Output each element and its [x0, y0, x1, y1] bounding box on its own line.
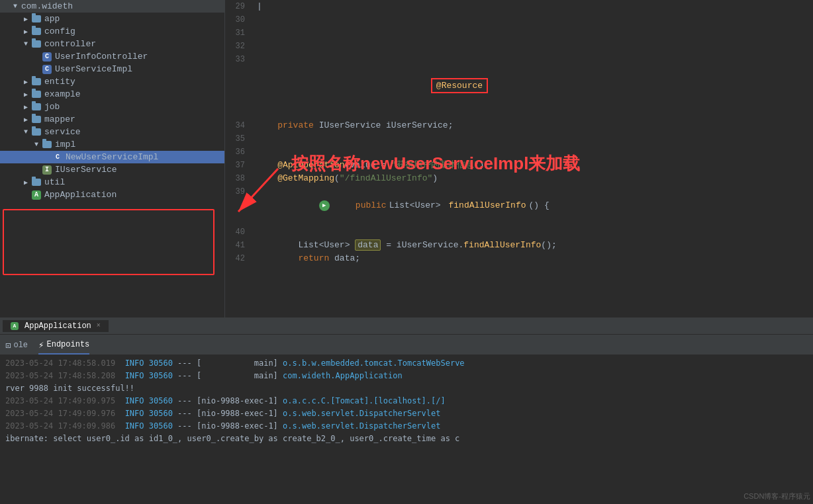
sidebar-item-label: NewUserServiceImpl [66, 152, 158, 162]
tab-console[interactable]: ⊡ ole [5, 337, 28, 354]
arrow-icon [24, 128, 30, 136]
folder-icon [32, 15, 41, 22]
sidebar-item-com-wideth[interactable]: com.wideth [0, 0, 224, 13]
folder-icon [32, 78, 41, 85]
line-number: 36 [225, 146, 252, 159]
sidebar-item-service[interactable]: service [0, 126, 224, 138]
arrow-icon [24, 28, 30, 36]
sidebar-item-example[interactable]: example [0, 88, 224, 101]
interface-badge: I [42, 165, 52, 175]
arrow-icon [24, 103, 30, 111]
code-line-30: 30 [225, 13, 813, 26]
line-content [252, 40, 813, 53]
sidebar-item-label: util [44, 177, 65, 187]
log-line-3: rver 9988 init successful!! [5, 382, 808, 395]
file-tree-sidebar: com.wideth app config controller C UserI… [0, 0, 225, 317]
line-number: 32 [225, 40, 252, 53]
arrow-icon [24, 40, 30, 48]
line-number: 33 [225, 53, 252, 119]
app-tab-icon: A [11, 322, 19, 330]
code-line-32: 32 [225, 40, 813, 53]
sidebar-item-app[interactable]: app [0, 13, 224, 25]
log-line-1: 2023-05-24 17:48:58.019 INFO 30560 --- [… [5, 357, 808, 370]
line-content: @Resource [252, 53, 813, 119]
code-line-38: 38 @GetMapping("/findAllUserInfo") [225, 172, 813, 185]
tab-endpoints-label: Endpoints [46, 340, 89, 349]
sidebar-item-entity[interactable]: entity [0, 75, 224, 88]
code-line-39: 39 ▶ public List<User> findAllUserInfo()… [225, 185, 813, 226]
log-line-5: 2023-05-24 17:49:09.976 INFO 30560 --- [… [5, 407, 808, 420]
sidebar-item-label: impl [55, 140, 75, 149]
sidebar-item-label: com.wideth [21, 1, 73, 11]
line-number: 30 [225, 13, 252, 26]
folder-icon [42, 141, 52, 148]
code-line-34: 34 private IUserService iUserService; [225, 119, 813, 132]
app-tab-label: AppApplication [24, 321, 91, 331]
run-icon[interactable]: ▶ [319, 200, 330, 211]
sidebar-item-label: job [44, 102, 60, 112]
line-content: @GetMapping("/findAllUserInfo") [252, 172, 813, 185]
code-editor[interactable]: 29 | 30 31 32 [225, 0, 813, 317]
sidebar-item-controller[interactable]: controller [0, 38, 224, 50]
code-line-29: 29 | [225, 0, 813, 13]
sidebar-item-label: service [44, 127, 81, 137]
line-content: | [252, 0, 813, 13]
sidebar-item-impl[interactable]: impl [0, 138, 224, 151]
folder-icon [32, 40, 41, 48]
code-line-42: 42 return data; [225, 252, 813, 265]
sidebar-item-label: UserInfoController [55, 52, 148, 62]
sidebar-item-config[interactable]: config [0, 25, 224, 38]
line-content: private IUserService iUserService; [252, 119, 813, 132]
line-number: 31 [225, 26, 252, 40]
code-line-36: 36 [225, 146, 813, 159]
line-content [252, 226, 813, 239]
sidebar-item-label: config [44, 26, 75, 36]
endpoints-icon: ⚡ [38, 339, 44, 351]
class-badge: C [42, 65, 52, 74]
log-line-2: 2023-05-24 17:48:58.208 INFO 30560 --- [… [5, 370, 808, 382]
code-line-35: 35 [225, 132, 813, 146]
sidebar-item-AppApplication[interactable]: A AppApplication [0, 189, 224, 201]
app-tab-AppApplication[interactable]: A AppApplication × [3, 320, 109, 332]
line-number: 34 [225, 119, 252, 132]
sidebar-item-mapper[interactable]: mapper [0, 113, 224, 126]
sidebar-item-label: controller [44, 39, 96, 49]
resource-annotation-box: @Resource [431, 78, 488, 93]
arrow-icon [13, 3, 20, 10]
code-line-41: 41 List<User> data = iUserService.findAl… [225, 239, 813, 252]
line-number: 37 [225, 159, 252, 172]
main-editor-container: com.wideth app config controller C UserI… [0, 0, 813, 317]
line-content [252, 26, 813, 40]
arrow-icon [24, 179, 30, 187]
arrow-icon [24, 78, 30, 86]
sidebar-item-IUserService[interactable]: I IUserService [0, 163, 224, 176]
line-content: List<User> data = iUserService.findAllUs… [252, 239, 813, 252]
code-line-40: 40 [225, 226, 813, 239]
red-highlight-box [3, 209, 215, 275]
line-content [252, 13, 813, 26]
sidebar-item-UserInfoController[interactable]: C UserInfoController [0, 50, 224, 63]
console-output: 2023-05-24 17:48:58.019 INFO 30560 --- [… [0, 355, 813, 504]
line-content [252, 146, 813, 159]
line-number: 35 [225, 132, 252, 146]
folder-icon [32, 179, 41, 186]
code-line-37: 37 @ApiOperation(value = "获得用户的基本信息") [225, 159, 813, 172]
sidebar-item-label: entity [44, 77, 75, 87]
line-number: 41 [225, 239, 252, 252]
arrow-icon [34, 141, 41, 148]
tab-endpoints[interactable]: ⚡ Endpoints [38, 337, 89, 355]
sidebar-item-label: UserServiceImpl [55, 64, 132, 74]
sidebar-item-util[interactable]: util [0, 176, 224, 189]
close-tab-button[interactable]: × [97, 322, 101, 329]
bottom-panel: ⊡ ole ⚡ Endpoints 2023-05-24 17:48:58.01… [0, 335, 813, 504]
arrow-icon [24, 116, 30, 124]
sidebar-item-job[interactable]: job [0, 101, 224, 113]
code-content: 29 | 30 31 32 [225, 0, 813, 265]
class-badge: C [53, 153, 62, 162]
sidebar-item-label: AppApplication [44, 190, 117, 200]
sidebar-item-NewUserServiceImpl[interactable]: C NewUserServiceImpl [0, 151, 224, 163]
class-badge: A [32, 190, 41, 200]
arrow-icon [24, 91, 30, 99]
folder-icon [32, 28, 41, 35]
sidebar-item-UserServiceImpl[interactable]: C UserServiceImpl [0, 63, 224, 75]
